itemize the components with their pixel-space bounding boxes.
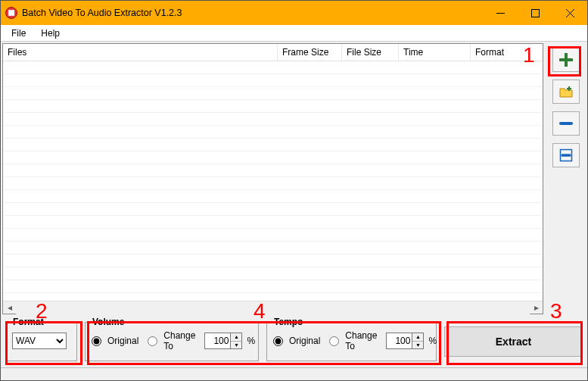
add-folder-button[interactable] bbox=[552, 80, 580, 104]
tempo-original-label: Original bbox=[289, 336, 320, 346]
volume-original-radio[interactable] bbox=[92, 336, 101, 346]
svg-rect-0 bbox=[531, 9, 539, 17]
maximize-icon bbox=[531, 9, 540, 17]
format-legend: Format bbox=[11, 317, 46, 327]
scroll-left-icon[interactable]: ◂ bbox=[3, 301, 16, 314]
horizontal-scrollbar[interactable]: ◂ ▸ bbox=[3, 301, 543, 314]
main-area: Files Frame Size File Size Time Format bbox=[1, 42, 587, 314]
minus-boxed-icon bbox=[559, 148, 573, 162]
list-row-empty bbox=[3, 139, 543, 151]
tempo-changeto-label: Change To bbox=[345, 330, 377, 351]
format-select[interactable]: WAV bbox=[12, 333, 67, 349]
list-row-empty bbox=[3, 126, 543, 139]
extract-wrap: Extract bbox=[444, 322, 583, 361]
col-time[interactable]: Time bbox=[399, 44, 471, 61]
col-format[interactable]: Format bbox=[471, 44, 543, 61]
minus-icon bbox=[559, 117, 573, 130]
menu-file[interactable]: File bbox=[4, 27, 33, 40]
menu-bar: File Help bbox=[1, 25, 587, 42]
title-bar: Batch Video To Audio Extractor V1.2.3 bbox=[1, 1, 587, 25]
tempo-spinner: ▲ ▼ bbox=[386, 333, 424, 349]
file-list: Files Frame Size File Size Time Format bbox=[2, 43, 543, 314]
volume-step-up[interactable]: ▲ bbox=[231, 333, 241, 342]
remove-button[interactable] bbox=[552, 111, 580, 136]
close-button[interactable] bbox=[552, 1, 587, 25]
list-row-empty bbox=[3, 177, 543, 190]
window-controls bbox=[483, 1, 587, 25]
volume-stepper: ▲ ▼ bbox=[230, 333, 242, 349]
list-row-empty bbox=[3, 87, 543, 100]
settings-bar: Format WAV Volume Original Change To ▲ ▼… bbox=[1, 314, 587, 367]
status-bar bbox=[1, 367, 587, 380]
list-row-empty bbox=[3, 229, 543, 242]
plus-icon bbox=[559, 53, 573, 67]
scroll-track[interactable] bbox=[16, 301, 530, 314]
volume-changeto-label: Change To bbox=[163, 330, 195, 351]
minimize-button[interactable] bbox=[483, 1, 518, 25]
volume-legend: Volume bbox=[90, 317, 126, 327]
list-row-empty bbox=[3, 164, 543, 177]
tempo-pct-label: % bbox=[428, 336, 437, 346]
list-row-empty bbox=[3, 203, 543, 216]
folder-plus-icon bbox=[559, 85, 573, 98]
list-row-empty bbox=[3, 61, 543, 74]
list-header: Files Frame Size File Size Time Format bbox=[3, 44, 543, 61]
list-row-empty bbox=[3, 113, 543, 126]
list-row-empty bbox=[3, 242, 543, 255]
tempo-original-radio[interactable] bbox=[273, 336, 283, 346]
close-icon bbox=[566, 9, 574, 17]
list-row-empty bbox=[3, 100, 543, 113]
list-row-empty bbox=[3, 190, 543, 203]
extract-button[interactable]: Extract bbox=[444, 326, 583, 357]
tempo-group: Tempo Original Change To ▲ ▼ % bbox=[266, 322, 437, 361]
col-frame[interactable]: Frame Size bbox=[278, 44, 342, 61]
list-row-empty bbox=[3, 74, 543, 87]
format-group: Format WAV bbox=[5, 322, 77, 361]
volume-pct-label: % bbox=[247, 336, 255, 346]
tempo-step-up[interactable]: ▲ bbox=[412, 333, 423, 342]
tempo-value-input[interactable] bbox=[386, 333, 412, 349]
app-window: Batch Video To Audio Extractor V1.2.3 Fi… bbox=[0, 0, 588, 381]
tempo-stepper: ▲ ▼ bbox=[412, 333, 424, 349]
maximize-button[interactable] bbox=[518, 1, 552, 25]
list-body[interactable] bbox=[3, 61, 543, 301]
col-size[interactable]: File Size bbox=[342, 44, 399, 61]
window-title: Batch Video To Audio Extractor V1.2.3 bbox=[22, 8, 483, 18]
volume-changeto-radio[interactable] bbox=[148, 336, 157, 346]
volume-value-input[interactable] bbox=[204, 333, 230, 349]
list-row-empty bbox=[3, 216, 543, 229]
col-files[interactable]: Files bbox=[3, 44, 278, 61]
list-row-empty bbox=[3, 267, 543, 280]
list-row-empty bbox=[3, 151, 543, 164]
scroll-right-icon[interactable]: ▸ bbox=[530, 301, 543, 314]
remove-all-button[interactable] bbox=[552, 143, 580, 167]
volume-group: Volume Original Change To ▲ ▼ % bbox=[85, 322, 259, 361]
tempo-step-down[interactable]: ▼ bbox=[412, 342, 423, 349]
list-row-empty bbox=[3, 280, 543, 293]
menu-help[interactable]: Help bbox=[33, 27, 67, 40]
tempo-changeto-radio[interactable] bbox=[329, 336, 339, 346]
tempo-legend: Tempo bbox=[272, 317, 305, 327]
list-row-empty bbox=[3, 255, 543, 267]
minimize-icon bbox=[496, 9, 505, 17]
volume-spinner: ▲ ▼ bbox=[204, 333, 242, 349]
add-file-button[interactable] bbox=[552, 48, 580, 72]
app-icon bbox=[5, 7, 17, 19]
volume-step-down[interactable]: ▼ bbox=[231, 342, 241, 349]
side-toolbar bbox=[545, 42, 587, 314]
volume-original-label: Original bbox=[107, 336, 138, 346]
